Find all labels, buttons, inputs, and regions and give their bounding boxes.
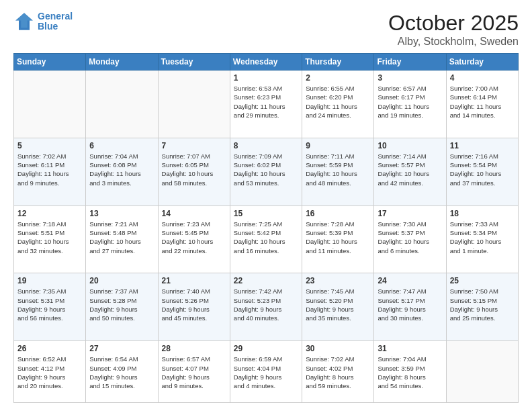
day-info: Sunrise: 7:02 AM Sunset: 6:11 PM Dayligh…: [17, 152, 82, 187]
day-number: 14: [162, 209, 226, 218]
calendar-cell: 10Sunrise: 7:14 AM Sunset: 5:57 PM Dayli…: [374, 138, 446, 205]
calendar-cell: 20Sunrise: 7:37 AM Sunset: 5:28 PM Dayli…: [86, 273, 158, 341]
day-number: 6: [89, 141, 154, 150]
day-info: Sunrise: 7:40 AM Sunset: 5:26 PM Dayligh…: [162, 287, 226, 322]
day-number: 8: [234, 141, 298, 150]
day-info: Sunrise: 6:53 AM Sunset: 6:23 PM Dayligh…: [234, 84, 298, 120]
day-info: Sunrise: 7:33 AM Sunset: 5:34 PM Dayligh…: [450, 220, 515, 255]
calendar-cell: 14Sunrise: 7:23 AM Sunset: 5:45 PM Dayli…: [158, 205, 230, 273]
day-number: 28: [162, 344, 226, 353]
day-number: 23: [306, 276, 370, 285]
day-number: 5: [17, 141, 82, 150]
day-number: 21: [162, 276, 226, 285]
calendar-week-row: 12Sunrise: 7:18 AM Sunset: 5:51 PM Dayli…: [14, 205, 519, 273]
calendar-cell: [446, 341, 518, 403]
main-title: October 2025: [388, 11, 519, 36]
calendar-week-row: 1Sunrise: 6:53 AM Sunset: 6:23 PM Daylig…: [14, 71, 519, 138]
day-info: Sunrise: 7:04 AM Sunset: 6:08 PM Dayligh…: [89, 152, 154, 187]
calendar-cell: 18Sunrise: 7:33 AM Sunset: 5:34 PM Dayli…: [446, 205, 518, 273]
day-info: Sunrise: 7:18 AM Sunset: 5:51 PM Dayligh…: [17, 220, 82, 255]
day-info: Sunrise: 7:37 AM Sunset: 5:28 PM Dayligh…: [89, 287, 154, 322]
day-number: 2: [306, 73, 370, 83]
calendar-cell: 8Sunrise: 7:09 AM Sunset: 6:02 PM Daylig…: [230, 138, 302, 205]
day-info: Sunrise: 7:02 AM Sunset: 4:02 PM Dayligh…: [306, 355, 370, 390]
day-header-saturday: Saturday: [446, 54, 518, 71]
day-number: 15: [234, 209, 298, 218]
calendar-cell: 3Sunrise: 6:57 AM Sunset: 6:17 PM Daylig…: [374, 71, 446, 138]
calendar-cell: 13Sunrise: 7:21 AM Sunset: 5:48 PM Dayli…: [86, 205, 158, 273]
day-number: 7: [162, 141, 226, 150]
day-info: Sunrise: 7:16 AM Sunset: 5:54 PM Dayligh…: [450, 152, 515, 187]
calendar-week-row: 19Sunrise: 7:35 AM Sunset: 5:31 PM Dayli…: [14, 273, 519, 341]
calendar-cell: 5Sunrise: 7:02 AM Sunset: 6:11 PM Daylig…: [14, 138, 86, 205]
calendar-cell: 31Sunrise: 7:04 AM Sunset: 3:59 PM Dayli…: [374, 341, 446, 403]
calendar-cell: 2Sunrise: 6:55 AM Sunset: 6:20 PM Daylig…: [302, 71, 374, 138]
day-number: 27: [89, 344, 154, 353]
day-header-monday: Monday: [86, 54, 158, 71]
day-number: 10: [378, 141, 442, 150]
header: General Blue October 2025 Alby, Stockhol…: [13, 11, 519, 48]
day-number: 24: [378, 276, 442, 285]
calendar-cell: 7Sunrise: 7:07 AM Sunset: 6:05 PM Daylig…: [158, 138, 230, 205]
day-info: Sunrise: 7:23 AM Sunset: 5:45 PM Dayligh…: [162, 220, 226, 255]
day-info: Sunrise: 7:14 AM Sunset: 5:57 PM Dayligh…: [378, 152, 442, 187]
day-info: Sunrise: 7:30 AM Sunset: 5:37 PM Dayligh…: [378, 220, 442, 255]
calendar-cell: 24Sunrise: 7:47 AM Sunset: 5:17 PM Dayli…: [374, 273, 446, 341]
calendar-cell: 27Sunrise: 6:54 AM Sunset: 4:09 PM Dayli…: [86, 341, 158, 403]
subtitle: Alby, Stockholm, Sweden: [388, 36, 519, 48]
day-number: 18: [450, 209, 515, 218]
page: General Blue October 2025 Alby, Stockhol…: [0, 0, 532, 411]
day-info: Sunrise: 7:07 AM Sunset: 6:05 PM Dayligh…: [162, 152, 226, 187]
calendar-cell: 11Sunrise: 7:16 AM Sunset: 5:54 PM Dayli…: [446, 138, 518, 205]
calendar-week-row: 5Sunrise: 7:02 AM Sunset: 6:11 PM Daylig…: [14, 138, 519, 205]
day-number: 13: [89, 209, 154, 218]
day-header-thursday: Thursday: [302, 54, 374, 71]
day-info: Sunrise: 6:57 AM Sunset: 6:17 PM Dayligh…: [378, 84, 442, 120]
day-info: Sunrise: 7:09 AM Sunset: 6:02 PM Dayligh…: [234, 152, 298, 187]
day-info: Sunrise: 6:59 AM Sunset: 4:04 PM Dayligh…: [234, 355, 298, 390]
logo-line2: Blue: [38, 21, 73, 32]
calendar-cell: 26Sunrise: 6:52 AM Sunset: 4:12 PM Dayli…: [14, 341, 86, 403]
day-number: 17: [378, 209, 442, 218]
day-number: 11: [450, 141, 515, 150]
day-info: Sunrise: 7:47 AM Sunset: 5:17 PM Dayligh…: [378, 287, 442, 322]
calendar-cell: 12Sunrise: 7:18 AM Sunset: 5:51 PM Dayli…: [14, 205, 86, 273]
day-info: Sunrise: 6:52 AM Sunset: 4:12 PM Dayligh…: [17, 355, 82, 390]
day-info: Sunrise: 7:25 AM Sunset: 5:42 PM Dayligh…: [234, 220, 298, 255]
day-number: 1: [234, 73, 298, 83]
day-info: Sunrise: 7:28 AM Sunset: 5:39 PM Dayligh…: [306, 220, 370, 255]
day-info: Sunrise: 6:57 AM Sunset: 4:07 PM Dayligh…: [162, 355, 226, 390]
calendar-cell: [158, 71, 230, 138]
day-header-tuesday: Tuesday: [158, 54, 230, 71]
calendar-cell: 1Sunrise: 6:53 AM Sunset: 6:23 PM Daylig…: [230, 71, 302, 138]
svg-marker-1: [15, 13, 33, 28]
calendar-cell: 9Sunrise: 7:11 AM Sunset: 5:59 PM Daylig…: [302, 138, 374, 205]
title-block: October 2025 Alby, Stockholm, Sweden: [388, 11, 519, 48]
calendar-table: SundayMondayTuesdayWednesdayThursdayFrid…: [13, 53, 519, 403]
logo-text: General Blue: [38, 11, 73, 32]
day-number: 9: [306, 141, 370, 150]
day-number: 16: [306, 209, 370, 218]
day-number: 22: [234, 276, 298, 285]
calendar-cell: 22Sunrise: 7:42 AM Sunset: 5:23 PM Dayli…: [230, 273, 302, 341]
calendar-cell: 23Sunrise: 7:45 AM Sunset: 5:20 PM Dayli…: [302, 273, 374, 341]
day-number: 29: [234, 344, 298, 353]
calendar-cell: 15Sunrise: 7:25 AM Sunset: 5:42 PM Dayli…: [230, 205, 302, 273]
calendar-cell: 29Sunrise: 6:59 AM Sunset: 4:04 PM Dayli…: [230, 341, 302, 403]
day-info: Sunrise: 7:45 AM Sunset: 5:20 PM Dayligh…: [306, 287, 370, 322]
calendar-cell: 30Sunrise: 7:02 AM Sunset: 4:02 PM Dayli…: [302, 341, 374, 403]
day-info: Sunrise: 7:11 AM Sunset: 5:59 PM Dayligh…: [306, 152, 370, 187]
calendar-cell: 19Sunrise: 7:35 AM Sunset: 5:31 PM Dayli…: [14, 273, 86, 341]
day-info: Sunrise: 6:54 AM Sunset: 4:09 PM Dayligh…: [89, 355, 154, 390]
day-number: 31: [378, 344, 442, 353]
calendar-cell: [14, 71, 86, 138]
day-number: 20: [89, 276, 154, 285]
calendar-cell: [86, 71, 158, 138]
day-info: Sunrise: 6:55 AM Sunset: 6:20 PM Dayligh…: [306, 84, 370, 120]
calendar-cell: 25Sunrise: 7:50 AM Sunset: 5:15 PM Dayli…: [446, 273, 518, 341]
logo-icon: [13, 11, 35, 32]
day-number: 26: [17, 344, 82, 353]
day-header-friday: Friday: [374, 54, 446, 71]
calendar-week-row: 26Sunrise: 6:52 AM Sunset: 4:12 PM Dayli…: [14, 341, 519, 403]
calendar-cell: 17Sunrise: 7:30 AM Sunset: 5:37 PM Dayli…: [374, 205, 446, 273]
